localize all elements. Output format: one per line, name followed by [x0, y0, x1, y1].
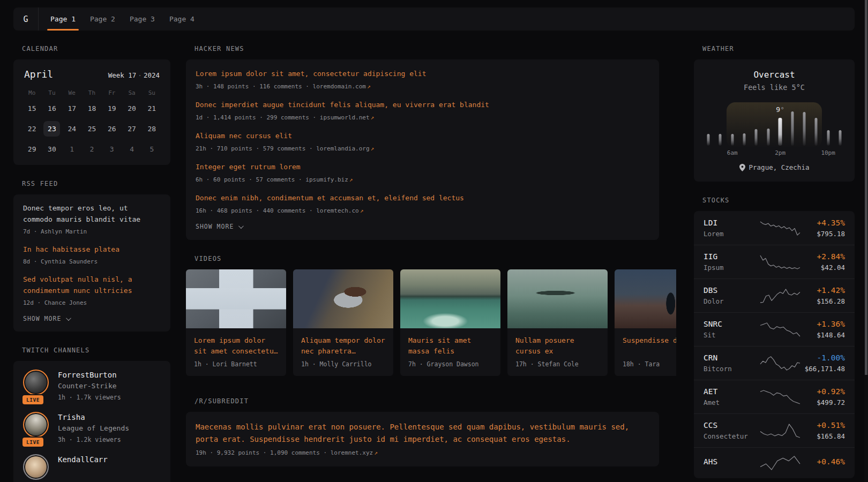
- video-card[interactable]: Aliquam tempor dolor nec pharetra… 1h · …: [293, 269, 393, 376]
- calendar-weekday: Su: [142, 89, 162, 96]
- calendar-day: 30: [42, 141, 62, 157]
- video-card[interactable]: Lorem ipsum dolor sit amet consectetu… 1…: [186, 269, 286, 376]
- stock-name: Ipsum: [704, 263, 759, 272]
- hackernews-item-meta: 16h · 468 points · 440 comments · loremt…: [196, 207, 649, 215]
- stock-symbol[interactable]: SNRC: [704, 319, 759, 329]
- calendar-day-label: 18: [84, 101, 100, 116]
- rss-item-title[interactable]: Sed volutpat nulla nisl, a condimentum n…: [23, 274, 161, 296]
- hackernews-item-title[interactable]: Donec enim nibh, condimentum et accumsan…: [196, 192, 649, 204]
- subreddit-post-title[interactable]: Maecenas mollis pulvinar erat non posuer…: [196, 421, 649, 446]
- subreddit-widget: Maecenas mollis pulvinar erat non posuer…: [186, 412, 659, 466]
- dashboard-columns: CALENDAR April Week 17·2024 MoTuWeThFrSa…: [0, 31, 868, 482]
- stock-price: $156.28: [801, 297, 845, 306]
- twitch-channel-row[interactable]: LIVE Trisha League of Legends 3h · 1.2k …: [23, 412, 161, 444]
- calendar-header: CALENDAR: [22, 45, 170, 52]
- stock-price: $66,171.48: [801, 365, 845, 373]
- calendar-week-row: 22232425262728: [22, 120, 162, 137]
- calendar-day: 21: [142, 100, 162, 117]
- external-link-icon[interactable]: ↗: [373, 449, 378, 456]
- live-badge: LIVE: [21, 394, 44, 405]
- hackernews-item-title[interactable]: Lorem ipsum dolor sit amet, consectetur …: [196, 68, 649, 79]
- rss-item-title[interactable]: Donec tempor eros leo, ut commodo mauris…: [23, 202, 161, 225]
- calendar-day: 1: [62, 141, 82, 157]
- rss-item-meta: 12d · Chance Jones: [23, 299, 161, 307]
- video-card[interactable]: Mauris sit amet massa felis 7h · Grayson…: [400, 269, 500, 376]
- tab-page-4[interactable]: Page 4: [169, 7, 194, 31]
- calendar-day-label: 20: [124, 101, 140, 116]
- hackernews-item-title[interactable]: Integer eget rutrum lorem: [196, 161, 649, 172]
- twitch-channel-name[interactable]: Trisha: [58, 412, 129, 423]
- calendar-day: 18: [82, 100, 102, 117]
- external-link-icon[interactable]: ↗: [370, 145, 375, 152]
- avatar: [23, 370, 49, 395]
- stock-change: +1.42%: [801, 285, 845, 296]
- calendar-day-label: 5: [144, 141, 160, 157]
- videos-widget: Lorem ipsum dolor sit amet consectetu… 1…: [186, 269, 676, 376]
- weather-bar: [743, 133, 746, 146]
- tab-page-1[interactable]: Page 1: [50, 7, 76, 31]
- stock-symbol[interactable]: DBS: [704, 285, 759, 296]
- rss-header: RSS FEED: [22, 180, 170, 187]
- stock-symbol[interactable]: AET: [704, 387, 759, 397]
- calendar-weekday: Th: [82, 89, 102, 96]
- twitch-channel-game: League of Legends: [58, 424, 129, 433]
- weather-bar: [707, 134, 710, 146]
- calendar-day: 29: [22, 141, 42, 157]
- hackernews-item-meta: 6h · 60 points · 57 comments · ipsumify.…: [196, 176, 649, 184]
- calendar-date-grid: 1516171819202122232425262728293012345: [22, 100, 162, 157]
- video-card[interactable]: Suspendisse diam 18h · Tara: [615, 269, 676, 376]
- twitch-channel-name[interactable]: KendallCarr: [58, 454, 108, 465]
- hackernews-item: Aliquam nec cursus elit 21h · 710 points…: [196, 130, 649, 153]
- rss-item-title[interactable]: In hac habitasse platea: [23, 244, 161, 255]
- external-link-icon[interactable]: ↗: [370, 114, 375, 121]
- app-logo[interactable]: G: [13, 7, 39, 31]
- rss-show-more-button[interactable]: SHOW MORE: [23, 315, 161, 322]
- video-title[interactable]: Lorem ipsum dolor sit amet consectetu…: [194, 335, 278, 357]
- twitch-channel-row[interactable]: LIVE ForrestBurton Counter-Strike 1h · 1…: [23, 370, 161, 402]
- stock-symbol[interactable]: CCS: [704, 420, 759, 431]
- rss-item-meta: 8d · Cynthia Saunders: [23, 258, 161, 266]
- calendar-weekday: Mo: [22, 89, 42, 96]
- video-title[interactable]: Mauris sit amet massa felis: [408, 335, 492, 357]
- video-card-body: Lorem ipsum dolor sit amet consectetu… 1…: [186, 328, 286, 376]
- video-card[interactable]: Nullam posuere cursus ex 17h · Stefan Co…: [507, 269, 608, 376]
- calendar-day-label: 15: [24, 101, 40, 116]
- weather-bar: [803, 112, 805, 146]
- calendar-day: 17: [62, 100, 82, 117]
- tab-page-3[interactable]: Page 3: [130, 7, 155, 31]
- calendar-weekday: Sa: [122, 89, 141, 96]
- stock-sparkline: [759, 220, 801, 237]
- stock-row: CCSConsectetur +0.51%$165.84: [694, 413, 855, 447]
- external-link-icon[interactable]: ↗: [348, 176, 353, 183]
- stock-price: $795.18: [801, 230, 845, 238]
- calendar-day-label: 1: [64, 141, 80, 157]
- weather-bar: [815, 118, 818, 146]
- stock-symbol[interactable]: AHS: [704, 457, 759, 467]
- rss-item: Sed volutpat nulla nisl, a condimentum n…: [23, 274, 161, 307]
- hackernews-item-title[interactable]: Aliquam nec cursus elit: [196, 130, 649, 141]
- video-title[interactable]: Nullam posuere cursus ex: [515, 335, 600, 357]
- hackernews-item-title[interactable]: Donec imperdiet augue tincidunt felis al…: [196, 99, 649, 110]
- tab-page-2[interactable]: Page 2: [90, 7, 115, 31]
- right-column: WEATHER Overcast Feels like 5°C 9° 6am2p…: [694, 45, 855, 478]
- video-title[interactable]: Suspendisse diam: [623, 335, 676, 357]
- external-link-icon[interactable]: ↗: [366, 83, 371, 90]
- twitch-channel-name[interactable]: ForrestBurton: [58, 370, 121, 380]
- rss-widget: Donec tempor eros leo, ut commodo mauris…: [13, 194, 170, 332]
- stock-symbol[interactable]: CRN: [704, 353, 759, 363]
- external-link-icon[interactable]: ↗: [359, 207, 364, 214]
- stocks-widget: LDILorem +4.35%$795.18 IIGIpsum +2.84%$4…: [694, 211, 855, 478]
- stock-symbol[interactable]: LDI: [704, 218, 759, 228]
- weather-chart: 9°: [708, 96, 840, 146]
- weather-bar: [755, 129, 758, 146]
- calendar-day-label: 29: [24, 141, 40, 157]
- video-title[interactable]: Aliquam tempor dolor nec pharetra…: [301, 335, 385, 357]
- hackernews-show-more-button[interactable]: SHOW MORE: [196, 223, 649, 230]
- page-scrollbar[interactable]: [864, 0, 868, 482]
- stock-symbol[interactable]: IIG: [704, 252, 759, 262]
- weather-bar: [719, 134, 722, 146]
- scrollbar-thumb[interactable]: [865, 0, 867, 375]
- hackernews-header: HACKER NEWS: [194, 45, 659, 52]
- calendar-day: 15: [22, 100, 42, 117]
- twitch-channel-row[interactable]: KendallCarr: [23, 454, 161, 480]
